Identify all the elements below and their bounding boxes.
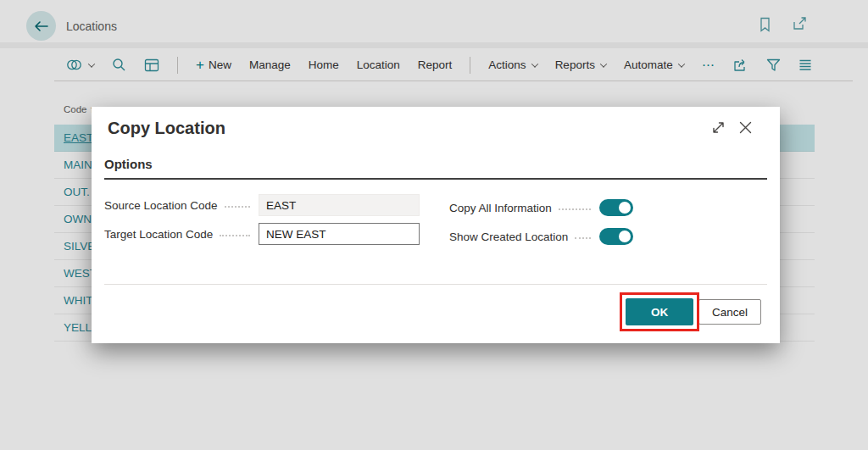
target-location-field-row: Target Location Code	[104, 223, 420, 245]
options-section-title: Options	[104, 157, 153, 171]
target-location-input[interactable]	[259, 223, 420, 245]
screen: Locations	[0, 0, 868, 450]
toggle-knob	[619, 202, 631, 214]
show-created-toggle[interactable]	[599, 228, 633, 245]
dotted-leader	[559, 208, 591, 210]
close-icon[interactable]	[738, 120, 753, 135]
toggle-knob	[619, 231, 631, 242]
cancel-button[interactable]: Cancel	[698, 299, 761, 325]
dotted-leader	[575, 237, 591, 239]
source-location-input	[259, 194, 420, 216]
copy-all-field-row: Copy All Information	[449, 197, 633, 219]
target-location-label: Target Location Code	[104, 228, 213, 241]
source-location-field-row: Source Location Code	[104, 194, 420, 216]
copy-all-toggle[interactable]	[599, 199, 633, 216]
copy-location-dialog: Copy Location Options Source Location Co…	[92, 107, 780, 343]
source-location-label: Source Location Code	[104, 199, 218, 212]
dotted-leader	[220, 235, 250, 236]
section-underline	[104, 178, 767, 180]
dotted-leader	[225, 206, 250, 208]
show-created-field-row: Show Created Location	[449, 225, 633, 247]
dialog-title: Copy Location	[108, 119, 225, 138]
expand-icon[interactable]	[711, 120, 726, 135]
show-created-label: Show Created Location	[449, 231, 568, 243]
copy-all-label: Copy All Information	[449, 202, 552, 214]
footer-separator	[104, 284, 767, 285]
ok-button[interactable]: OK	[626, 298, 693, 325]
